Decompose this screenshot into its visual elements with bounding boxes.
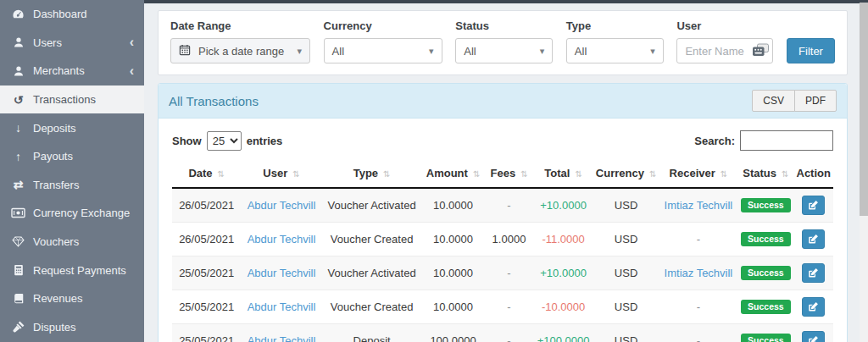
page-length-control: Show 25 entries [172,131,282,151]
status-select-value: All [464,45,476,58]
sidebar-item-label: Request Payments [33,264,126,277]
sidebar-item-disputes[interactable]: Disputes [0,313,144,342]
column-label: Status [743,167,776,179]
column-header-receiver[interactable]: Receiver⇅ [659,160,738,188]
sidebar-item-label: Dashboard [33,8,87,20]
date-range-picker[interactable]: Pick a date range ▾ [170,38,310,63]
column-header-amount[interactable]: Amount⇅ [422,160,485,188]
sort-icon: ⇅ [520,169,527,179]
status-badge: Success [741,198,791,212]
search-input[interactable] [740,130,833,151]
currency-select[interactable]: All ▾ [324,38,442,63]
sidebar-item-deposits[interactable]: ↓ Deposits [0,113,144,142]
sort-icon: ⇅ [292,169,299,179]
sort-icon: ⇅ [575,169,581,179]
cell-receiver: Imtiaz Techvill [659,256,738,290]
sidebar-item-transfers[interactable]: ⇄ Transfers [0,171,144,200]
sidebar-item-label: Deposits [33,122,76,135]
sidebar-item-label: Disputes [33,321,76,334]
scrollbar-thumb[interactable] [860,3,868,216]
user-link[interactable]: Abdur Techvill [248,334,316,342]
column-header-currency[interactable]: Currency⇅ [593,160,659,188]
pdf-export-button[interactable]: PDF [794,90,837,112]
column-label: User [263,167,287,179]
edit-action-button[interactable] [802,263,825,283]
cell-date: 25/05/2021 [172,256,241,290]
caret-down-icon: ▾ [540,47,545,56]
sort-icon: ⇅ [782,169,788,179]
virtual-keyboard-icon[interactable] [752,43,770,60]
sidebar-item-payouts[interactable]: ↑ Payouts [0,142,144,171]
type-select[interactable]: All ▾ [566,38,664,63]
status-badge: Success [741,334,791,342]
column-header-total[interactable]: Total⇅ [534,160,593,188]
cell-user: Abdur Techvill [241,290,321,324]
transactions-panel: All Transactions CSV PDF Show 25 entries [158,83,848,342]
cell-action [793,188,833,223]
column-header-status[interactable]: Status⇅ [737,160,793,188]
sidebar-item-label: Transfers [33,179,79,191]
sidebar-item-label: Merchants [33,64,85,77]
column-header-action: Action [793,160,833,188]
receiver-link[interactable]: Imtiaz Techvill [665,267,733,279]
edit-action-button[interactable] [802,229,825,249]
gem-icon [11,236,25,247]
user-label: User [676,19,773,32]
show-label: Show [172,135,202,147]
cell-type: Voucher Created [322,223,422,256]
panel-header: All Transactions CSV PDF [159,84,847,119]
column-header-type[interactable]: Type⇅ [322,160,422,188]
cell-amount: 10.0000 [422,290,485,324]
cell-currency: USD [593,223,659,256]
column-label: Total [544,167,570,179]
column-header-fees[interactable]: Fees⇅ [484,160,533,188]
cell-total: -11.0000 [534,223,593,256]
page-length-select[interactable]: 25 [207,131,242,151]
edit-action-button[interactable] [802,297,825,317]
column-label: Currency [596,167,644,179]
status-group: Status All ▾ [455,19,553,63]
cell-user: Abdur Techvill [241,324,321,342]
edit-action-button[interactable] [802,331,825,342]
cell-amount: 10.0000 [422,256,485,290]
sidebar-item-transactions[interactable]: ↺ Transactions [0,86,144,114]
cell-user: Abdur Techvill [241,223,321,256]
cell-status: Success [737,324,793,342]
currency-group: Currency All ▾ [324,19,442,63]
user-link[interactable]: Abdur Techvill [248,233,316,245]
sidebar-item-dashboard[interactable]: Dashboard [0,0,144,29]
column-label: Amount [426,167,468,179]
user-link[interactable]: Abdur Techvill [248,301,316,313]
cell-currency: USD [593,256,659,290]
sidebar-item-vouchers[interactable]: Vouchers [0,228,144,256]
cell-total: -10.0000 [534,290,593,324]
sidebar-item-users[interactable]: Users ‹ [0,29,144,58]
table-header-row: Date⇅User⇅Type⇅Amount⇅Fees⇅Total⇅Currenc… [172,160,833,188]
book-icon [11,293,25,305]
sidebar-item-request-payments[interactable]: Request Payments [0,256,144,284]
type-select-value: All [575,45,587,58]
edit-action-button[interactable] [802,196,825,215]
caret-down-icon: ▾ [429,47,434,56]
receiver-link[interactable]: Imtiaz Techvill [665,199,733,212]
sidebar-item-revenues[interactable]: Revenues [0,284,144,313]
sidebar-item-merchants[interactable]: Merchants ‹ [0,57,144,86]
status-badge: Success [741,232,791,246]
sidebar-item-label: Vouchers [33,235,79,248]
cell-date: 26/05/2021 [172,188,241,223]
status-select[interactable]: All ▾ [455,38,553,63]
column-label: Action [797,167,831,179]
column-header-date[interactable]: Date⇅ [172,160,241,188]
cell-total: +100.0000 [534,324,593,342]
column-header-user[interactable]: User⇅ [241,160,321,188]
filter-button[interactable]: Filter [787,38,835,63]
cell-total: +10.0000 [534,188,593,223]
user-link[interactable]: Abdur Techvill [248,267,316,279]
user-link[interactable]: Abdur Techvill [248,199,316,212]
cell-date: 25/05/2021 [172,290,241,324]
sort-icon: ⇅ [649,169,656,179]
cell-status: Success [737,188,793,223]
sidebar-item-label: Payouts [33,150,73,163]
csv-export-button[interactable]: CSV [752,90,795,112]
sidebar-item-currency-exchange[interactable]: Currency Exchange [0,199,144,228]
